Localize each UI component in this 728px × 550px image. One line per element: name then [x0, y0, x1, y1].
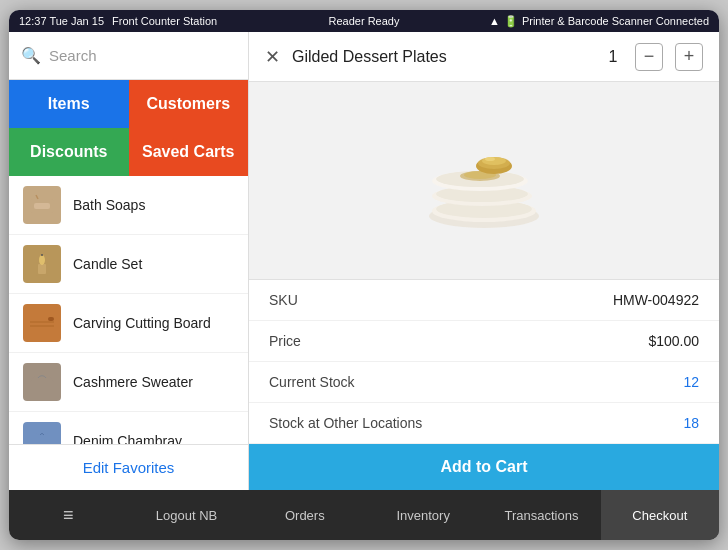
product-details: SKU HMW-004922 Price $100.00 Current Sto… [249, 279, 719, 490]
items-list: Bath Soaps Candle Set [9, 176, 248, 444]
printer-status: Printer & Barcode Scanner Connected [522, 15, 709, 27]
nav-logout-button[interactable]: Logout NB [127, 490, 245, 540]
nav-checkout-button[interactable]: Checkout [601, 490, 719, 540]
quantity-controls: 1 − + [603, 43, 703, 71]
status-reader: Reader Ready [329, 15, 400, 27]
battery-icon: 🔋 [504, 15, 518, 28]
search-bar[interactable]: 🔍 Search [9, 32, 248, 80]
search-label: Search [49, 47, 97, 64]
item-thumb [23, 304, 61, 342]
add-to-cart-button[interactable]: Add to Cart [249, 444, 719, 490]
status-station: Front Counter Station [112, 15, 217, 27]
item-name: Cashmere Sweater [73, 374, 193, 390]
nav-orders-button[interactable]: Orders [246, 490, 364, 540]
svg-rect-8 [30, 321, 54, 323]
product-image [404, 121, 564, 241]
current-stock-label: Current Stock [269, 374, 355, 390]
nav-logout-label: Logout NB [156, 508, 217, 523]
sku-value: HMW-004922 [613, 292, 699, 308]
nav-checkout-label: Checkout [632, 508, 687, 523]
hamburger-icon: ≡ [63, 505, 74, 526]
list-item[interactable]: Denim Chambray [9, 412, 248, 444]
item-name: Denim Chambray [73, 433, 182, 444]
sku-label: SKU [269, 292, 298, 308]
nav-menu-button[interactable]: ≡ [9, 490, 127, 540]
item-name: Carving Cutting Board [73, 315, 211, 331]
product-header: ✕ Gilded Dessert Plates 1 − + [249, 32, 719, 82]
right-panel: ✕ Gilded Dessert Plates 1 − + [249, 32, 719, 490]
list-item[interactable]: Bath Soaps [9, 176, 248, 235]
category-customers-button[interactable]: Customers [129, 80, 249, 128]
sku-row: SKU HMW-004922 [249, 280, 719, 321]
item-name: Bath Soaps [73, 197, 145, 213]
item-name: Candle Set [73, 256, 142, 272]
svg-rect-1 [34, 203, 50, 209]
list-item[interactable]: Candle Set [9, 235, 248, 294]
price-value: $100.00 [648, 333, 699, 349]
nav-orders-label: Orders [285, 508, 325, 523]
nav-transactions-label: Transactions [505, 508, 579, 523]
quantity-value: 1 [603, 48, 623, 66]
svg-rect-4 [38, 264, 46, 274]
other-locations-value[interactable]: 18 [683, 415, 699, 431]
category-buttons: Items Customers Discounts Saved Carts [9, 80, 248, 176]
category-items-button[interactable]: Items [9, 80, 129, 128]
category-saved-carts-button[interactable]: Saved Carts [129, 128, 249, 176]
current-stock-value[interactable]: 12 [683, 374, 699, 390]
svg-rect-10 [48, 317, 54, 321]
product-title: Gilded Dessert Plates [292, 48, 591, 66]
category-discounts-button[interactable]: Discounts [9, 128, 129, 176]
close-button[interactable]: ✕ [265, 46, 280, 68]
sidebar: 🔍 Search Items Customers Discounts Saved… [9, 32, 249, 490]
price-label: Price [269, 333, 301, 349]
other-locations-label: Stock at Other Locations [269, 415, 422, 431]
svg-point-23 [485, 157, 495, 161]
item-thumb [23, 245, 61, 283]
search-icon: 🔍 [21, 46, 41, 65]
price-row: Price $100.00 [249, 321, 719, 362]
bottom-nav: ≡ Logout NB Orders Inventory Transaction… [9, 490, 719, 540]
nav-inventory-button[interactable]: Inventory [364, 490, 482, 540]
wifi-icon: ▲ [489, 15, 500, 27]
product-image-area [249, 82, 719, 279]
item-thumb [23, 186, 61, 224]
nav-transactions-button[interactable]: Transactions [482, 490, 600, 540]
item-thumb [23, 422, 61, 444]
list-item[interactable]: Carving Cutting Board [9, 294, 248, 353]
current-stock-row: Current Stock 12 [249, 362, 719, 403]
other-locations-row: Stock at Other Locations 18 [249, 403, 719, 444]
svg-line-2 [36, 195, 38, 199]
quantity-decrease-button[interactable]: − [635, 43, 663, 71]
item-thumb [23, 363, 61, 401]
nav-inventory-label: Inventory [396, 508, 449, 523]
edit-favorites-button[interactable]: Edit Favorites [9, 444, 248, 490]
svg-point-5 [39, 255, 45, 265]
status-bar: 12:37 Tue Jan 15 Front Counter Station R… [9, 10, 719, 32]
svg-rect-9 [30, 325, 54, 327]
status-time: 12:37 Tue Jan 15 [19, 15, 104, 27]
list-item[interactable]: Cashmere Sweater [9, 353, 248, 412]
quantity-increase-button[interactable]: + [675, 43, 703, 71]
